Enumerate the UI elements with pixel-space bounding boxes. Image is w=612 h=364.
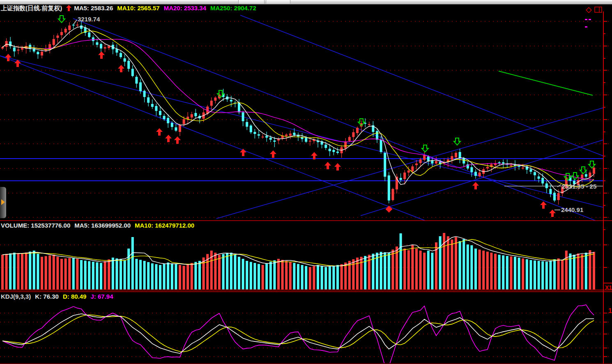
volume-bar xyxy=(238,257,240,290)
low-price-label: 2440.91 xyxy=(561,206,583,213)
volume-bar xyxy=(202,258,205,290)
volume-bar xyxy=(147,262,150,290)
volume-bar xyxy=(498,255,501,290)
candle xyxy=(135,77,138,84)
volume-bar xyxy=(313,266,315,290)
candle xyxy=(139,83,142,92)
volume-bar xyxy=(120,259,122,290)
buy-arrow xyxy=(174,136,181,144)
volume-bar xyxy=(297,264,299,290)
volume-bar xyxy=(179,265,181,290)
candle xyxy=(179,125,181,132)
volume-bar xyxy=(88,261,90,290)
volume-bar xyxy=(273,260,276,290)
kline-legend: 上证指数(日线.前复权)MA5: 2583.26MA10: 2565.57MA2… xyxy=(1,5,260,12)
kdj-j-value: J: 67.94 xyxy=(90,293,113,300)
volume-bar xyxy=(557,258,560,290)
candle xyxy=(534,172,536,175)
volume-bar xyxy=(246,261,248,290)
buy-arrow xyxy=(98,51,105,59)
candle xyxy=(230,100,232,101)
candle xyxy=(522,168,524,168)
volume-bar xyxy=(486,252,489,290)
volume-ma5-value: MA5: 163699952.00 xyxy=(74,222,131,229)
volume-bar xyxy=(309,267,311,290)
sell-arrow xyxy=(422,145,428,152)
volume-bar xyxy=(218,255,221,290)
volume-bar xyxy=(321,266,323,290)
candle xyxy=(171,123,173,127)
volume-bar xyxy=(549,260,552,290)
candle xyxy=(593,168,595,174)
diamond-tool-icon[interactable] xyxy=(585,6,592,14)
volume-bar xyxy=(1,255,4,290)
volume-scale-label: X1 xyxy=(605,284,612,291)
volume-bar xyxy=(269,262,272,290)
volume-bar xyxy=(115,258,118,290)
candle xyxy=(549,189,552,194)
volume-pane[interactable] xyxy=(1,233,595,290)
volume-bar xyxy=(183,266,185,290)
gridlines xyxy=(0,21,612,357)
candle xyxy=(529,169,532,172)
candle xyxy=(289,134,292,136)
volume-bar xyxy=(467,244,469,290)
volume-bar xyxy=(593,252,595,290)
candle xyxy=(423,155,426,160)
ma250-value: MA250: 2904.72 xyxy=(210,5,256,12)
kdj-scale-label: 1 xyxy=(608,307,612,315)
candle xyxy=(258,134,260,136)
candle xyxy=(108,46,110,48)
volume-bar xyxy=(423,253,426,290)
window-layout-icon[interactable] xyxy=(594,7,603,13)
volume-bar xyxy=(100,263,102,290)
volume-bar xyxy=(9,253,12,290)
candle xyxy=(435,161,437,164)
candle xyxy=(253,132,256,134)
candle xyxy=(459,152,461,158)
volume-bar xyxy=(64,258,67,290)
volume-bar xyxy=(230,253,232,290)
sidebar-expand-handle[interactable] xyxy=(0,187,6,218)
volume-value: VOLUME: 152537776.00 xyxy=(1,222,70,229)
volume-bar xyxy=(76,259,78,290)
kdj-pane[interactable] xyxy=(2,305,594,364)
candle xyxy=(285,135,288,136)
candle xyxy=(269,138,272,140)
candle xyxy=(545,184,548,189)
candle xyxy=(384,153,386,177)
volume-bar xyxy=(56,257,59,290)
volume-bar xyxy=(585,253,587,290)
sell-arrow xyxy=(580,167,587,174)
candle xyxy=(388,175,390,200)
volume-bar xyxy=(443,233,445,290)
volume-bar xyxy=(253,263,256,290)
candle xyxy=(538,177,540,179)
volume-bar xyxy=(191,263,193,290)
candle xyxy=(41,52,43,55)
candle xyxy=(17,50,19,51)
candle xyxy=(250,126,252,133)
volume-bar xyxy=(214,253,216,290)
volume-bar xyxy=(127,249,130,290)
ma5-value: MA5: 2583.26 xyxy=(74,5,113,12)
candle xyxy=(1,47,4,48)
volume-bar xyxy=(589,250,591,290)
candle xyxy=(470,167,473,172)
volume-bar xyxy=(5,254,8,290)
chart-canvas[interactable] xyxy=(0,0,612,364)
candle xyxy=(400,178,402,180)
volume-ma10-value: MA10: 162479712.00 xyxy=(135,222,194,229)
candle xyxy=(324,145,327,148)
buy-arrow xyxy=(324,162,331,169)
candle xyxy=(80,25,83,29)
volume-bar xyxy=(384,252,386,290)
candle xyxy=(510,165,512,166)
candle xyxy=(403,173,406,179)
buy-arrow xyxy=(156,128,163,136)
volume-bar xyxy=(131,237,134,290)
peak-price-label: 3219.74 xyxy=(78,16,100,23)
candle xyxy=(175,127,177,131)
candle xyxy=(100,44,102,48)
candle xyxy=(163,116,166,119)
